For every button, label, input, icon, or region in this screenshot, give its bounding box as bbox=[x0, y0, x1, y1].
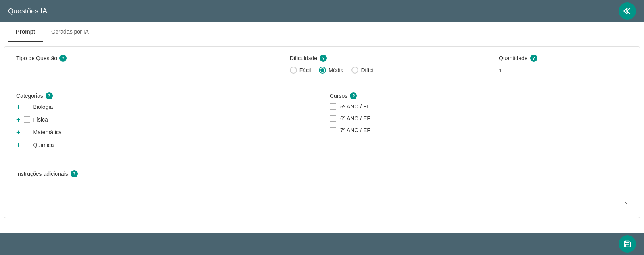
cursos-label: Cursos ? bbox=[330, 92, 628, 99]
categorias-col: Categorias ? + Biologia + Física bbox=[16, 92, 314, 154]
row-tipo-dificuldade: Tipo de Questão ? Dificuldade ? Fácil bbox=[16, 55, 628, 76]
list-item: + Matemática bbox=[16, 129, 314, 136]
checkbox-fisica[interactable] bbox=[24, 116, 30, 123]
radio-dificil[interactable]: Difícil bbox=[351, 67, 374, 74]
expand-fisica[interactable]: + bbox=[16, 116, 21, 123]
quantidade-input[interactable] bbox=[499, 65, 546, 76]
main-content: Prompt Geradas por IA Tipo de Questão ? … bbox=[0, 22, 644, 233]
expand-biologia[interactable]: + bbox=[16, 103, 21, 110]
quantidade-group: Quantidade ? bbox=[499, 55, 628, 76]
back-button[interactable] bbox=[619, 2, 636, 20]
categorias-help-icon[interactable]: ? bbox=[46, 92, 53, 99]
list-item: + Química bbox=[16, 141, 314, 148]
checkbox-quimica[interactable] bbox=[24, 142, 30, 148]
list-item: + Biologia bbox=[16, 103, 314, 110]
footer bbox=[0, 233, 644, 255]
list-item: 5º ANO / EF bbox=[330, 103, 628, 110]
categorias-list: + Biologia + Física + Matemática bbox=[16, 103, 314, 148]
quantidade-help-icon[interactable]: ? bbox=[530, 55, 537, 62]
checkbox-matematica[interactable] bbox=[24, 129, 30, 135]
checkbox-7ano[interactable] bbox=[330, 127, 336, 133]
expand-matematica[interactable]: + bbox=[16, 129, 21, 136]
list-item: 7º ANO / EF bbox=[330, 127, 628, 133]
checkbox-5ano[interactable] bbox=[330, 103, 336, 110]
list-item: 6º ANO / EF bbox=[330, 115, 628, 122]
tab-geradas[interactable]: Geradas por IA bbox=[43, 22, 97, 42]
instrucoes-help-icon[interactable]: ? bbox=[71, 170, 78, 177]
cursos-help-icon[interactable]: ? bbox=[350, 92, 357, 99]
save-button[interactable] bbox=[619, 235, 636, 253]
form-card: Tipo de Questão ? Dificuldade ? Fácil bbox=[4, 46, 640, 218]
categories-courses-row: Categorias ? + Biologia + Física bbox=[16, 92, 628, 154]
radio-dificil-circle bbox=[351, 67, 358, 74]
cursos-list: 5º ANO / EF 6º ANO / EF 7º ANO / EF bbox=[330, 103, 628, 133]
checkbox-6ano[interactable] bbox=[330, 115, 336, 122]
dificuldade-group: Dificuldade ? Fácil Média bbox=[290, 55, 483, 74]
radio-media-circle bbox=[319, 67, 326, 74]
header: Questões IA bbox=[0, 0, 644, 22]
dificuldade-label: Dificuldade ? bbox=[290, 55, 483, 62]
quantidade-label: Quantidade ? bbox=[499, 55, 628, 62]
tabs-bar: Prompt Geradas por IA bbox=[0, 22, 644, 42]
dificuldade-help-icon[interactable]: ? bbox=[320, 55, 327, 62]
tipo-questao-label: Tipo de Questão ? bbox=[16, 55, 274, 62]
radio-media-inner bbox=[320, 68, 324, 72]
divider-1 bbox=[16, 84, 628, 84]
checkbox-biologia[interactable] bbox=[24, 104, 30, 110]
cursos-col: Cursos ? 5º ANO / EF 6º ANO / EF 7º ANO … bbox=[330, 92, 628, 154]
expand-quimica[interactable]: + bbox=[16, 141, 21, 148]
instrucoes-section: Instruções adicionais ? bbox=[16, 170, 628, 206]
list-item: + Física bbox=[16, 116, 314, 123]
instrucoes-label: Instruções adicionais ? bbox=[16, 170, 628, 177]
tipo-questao-help-icon[interactable]: ? bbox=[59, 55, 67, 62]
tipo-questao-input[interactable] bbox=[16, 65, 274, 76]
radio-facil[interactable]: Fácil bbox=[290, 67, 311, 74]
dificuldade-radio-group: Fácil Média Difícil bbox=[290, 67, 483, 74]
tipo-questao-group: Tipo de Questão ? bbox=[16, 55, 274, 76]
divider-2 bbox=[16, 162, 628, 162]
page-title: Questões IA bbox=[8, 7, 47, 15]
tab-prompt[interactable]: Prompt bbox=[8, 22, 43, 42]
radio-media[interactable]: Média bbox=[319, 67, 343, 74]
categorias-label: Categorias ? bbox=[16, 92, 314, 99]
radio-facil-circle bbox=[290, 67, 297, 74]
instrucoes-textarea[interactable] bbox=[16, 181, 628, 204]
